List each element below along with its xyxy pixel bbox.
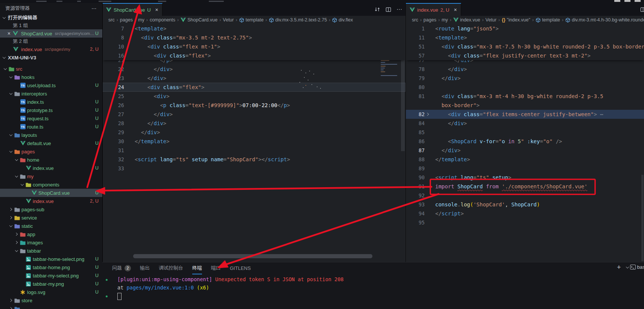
window-close-button[interactable] xyxy=(635,0,641,2)
breadcrumb-item-my[interactable]: my xyxy=(138,17,144,23)
tree-item-pages[interactable]: pages xyxy=(0,147,102,156)
breadcrumb-item-my[interactable]: my xyxy=(442,17,448,23)
scrollbar-vertical-right[interactable] xyxy=(641,45,644,262)
window-minimize-button[interactable] xyxy=(614,0,620,2)
code-line-78[interactable]: 78</div> xyxy=(406,65,644,74)
tree-item-tabbar-home.png[interactable]: tabbar-home.pngU xyxy=(0,263,102,271)
tree-item-tabbar[interactable]: tabbar xyxy=(0,247,102,255)
panel-tab-终端[interactable]: 终端 xyxy=(192,262,202,274)
tree-item-ShopCard.vue[interactable]: ShopCard.vueU xyxy=(0,189,102,197)
chevron-slot[interactable] xyxy=(14,158,19,162)
code-line-85[interactable]: 85 xyxy=(406,128,644,137)
terminal-command-decoration[interactable] xyxy=(106,295,108,297)
code-line-92[interactable]: 92 xyxy=(406,191,644,200)
tree-item-service[interactable]: service xyxy=(0,214,102,222)
code-line-16[interactable]: 16<div class="flex"> xyxy=(102,51,406,60)
code-line-79[interactable]: 79</div> xyxy=(406,74,644,83)
panel-tab-调试控制台[interactable]: 调试控制台 xyxy=(159,262,183,274)
code-line-23[interactable]: 23</div> xyxy=(102,74,406,83)
close-icon[interactable]: × xyxy=(454,7,457,13)
code-line-87[interactable]: 87</div> xyxy=(406,146,644,155)
code-line-10[interactable]: 10<div class="flex mt-1"> xyxy=(102,42,406,51)
code-line-25[interactable]: 25<div> xyxy=(102,92,406,101)
tree-item-index.vue[interactable]: index.vue2, U xyxy=(0,197,102,205)
tree-item-src[interactable]: src xyxy=(0,65,102,73)
tree-item-layouts[interactable]: layouts xyxy=(0,131,102,139)
chevron-slot[interactable] xyxy=(8,75,14,79)
chevron-slot[interactable] xyxy=(14,232,19,236)
code-line-84[interactable]: 84</div> xyxy=(406,119,644,128)
breadcrumb-item-template[interactable]: template xyxy=(239,17,264,23)
code-line-26[interactable]: 26<p class="text-[#999999]">07:00-22:00<… xyxy=(102,101,406,110)
new-terminal-icon[interactable]: + xyxy=(617,265,621,270)
tree-item-index.vue[interactable]: index.vueU xyxy=(0,164,102,172)
code-line-22[interactable]: 22</div> xyxy=(102,65,406,74)
tree-item-default.vue[interactable]: default.vueU xyxy=(0,139,102,147)
chevron-slot[interactable] xyxy=(14,249,19,253)
code-line-89[interactable]: 89 xyxy=(406,164,644,173)
code-line-94[interactable]: 94</script> xyxy=(406,209,644,218)
close-icon[interactable]: × xyxy=(155,7,158,13)
open-editors-section[interactable]: 打开的编辑器 xyxy=(0,14,102,22)
scrollbar-vertical-left[interactable] xyxy=(400,45,406,262)
workspace-section[interactable]: XXM-UNI-V3 xyxy=(0,53,102,62)
chevron-slot[interactable] xyxy=(8,133,14,137)
chevron-slot[interactable] xyxy=(14,241,19,244)
panel-tab-问题[interactable]: 问题2 xyxy=(112,262,131,274)
chevron-slot[interactable] xyxy=(8,298,14,302)
breadcrumb-item-div.mx-3.mt-4.h-30.bg-white.rounded-2[interactable]: div.mx-3.mt-4.h-30.bg-white.rounded-2 xyxy=(565,17,644,23)
code-editor-shopcard[interactable]: 21</p>22</div>23</div>24<div class="flex… xyxy=(102,24,406,262)
chevron-slot[interactable] xyxy=(8,92,14,95)
chevron-slot[interactable] xyxy=(8,307,14,309)
tree-item-useUpload.ts[interactable]: TSuseUpload.tsU xyxy=(0,81,102,89)
tree-item-tabbar-home-select.png[interactable]: tabbar-home-select.pngU xyxy=(0,255,102,263)
chevron-slot[interactable] xyxy=(14,174,19,178)
code-line-27[interactable]: 27</div> xyxy=(102,110,406,119)
window-maximize-button[interactable] xyxy=(624,0,630,2)
code-line-29[interactable]: 29</div> xyxy=(102,128,406,137)
split-editor-icon[interactable] xyxy=(386,7,391,12)
code-line-7[interactable]: 7<template> xyxy=(102,24,406,33)
tab-index-vue[interactable]: index.vue 2, U × xyxy=(406,3,461,16)
compare-changes-icon[interactable] xyxy=(374,6,380,12)
code-line-88[interactable]: 88</template> xyxy=(406,155,644,164)
tab-shopcard-vue[interactable]: ShopCard.vue U × xyxy=(102,3,163,16)
panel-tab-GITLENS[interactable]: GITLENS xyxy=(230,262,251,274)
fold-chevron-icon[interactable] xyxy=(425,112,431,116)
code-line-86[interactable]: 86<ShopCard v-for="o in 5" :key="o" /> xyxy=(406,137,644,146)
tree-item-index.ts[interactable]: TSindex.tsU xyxy=(0,98,102,106)
code-line-24[interactable]: 24<div class="flex"> xyxy=(102,83,406,92)
tree-item-tabbar-my-select.png[interactable]: tabbar-my-select.pngU xyxy=(0,271,102,280)
terminal-output[interactable]: [plugin:uni:mp-using-component] Unexpect… xyxy=(117,275,343,300)
tree-item-static[interactable]: static xyxy=(0,222,102,230)
code-line-31[interactable]: 31 xyxy=(102,146,406,155)
tree-item-route.ts[interactable]: TSroute.tsU xyxy=(0,123,102,131)
panel-tab-端口[interactable]: 端口 xyxy=(211,262,221,274)
chevron-slot[interactable] xyxy=(8,208,14,211)
code-line-90[interactable]: 90<script lang="ts" setup> xyxy=(406,173,644,182)
code-line-57[interactable]: 57<div class="flex justify-center text-3… xyxy=(406,51,644,60)
chevron-slot[interactable] xyxy=(8,224,14,228)
breadcrumb-item-template[interactable]: template xyxy=(536,17,560,23)
code-line-80[interactable]: 80 xyxy=(406,83,644,92)
code-line-30[interactable]: 30</template> xyxy=(102,137,406,146)
close-icon[interactable]: × xyxy=(6,30,12,36)
chevron-slot[interactable] xyxy=(8,216,14,220)
open-editor-item-ShopCard.vue[interactable]: ×ShopCard.vuesrc\pages\my\comp...U xyxy=(0,29,102,38)
tree-item-hooks[interactable]: hooks xyxy=(0,73,102,81)
code-line-11[interactable]: 11<template> xyxy=(406,33,644,42)
breadcrumb-item-div.flex[interactable]: div.flex xyxy=(332,17,353,23)
code-line-95[interactable]: 95 xyxy=(406,218,644,227)
split-editor-icon[interactable] xyxy=(640,7,644,12)
breadcrumb-item-ShopCard.vue[interactable]: ShopCard.vue xyxy=(181,17,217,23)
tree-item-logo.svg[interactable]: logo.svgU xyxy=(0,288,102,296)
breadcrumb-item-pages[interactable]: pages xyxy=(120,17,133,23)
chevron-slot[interactable] xyxy=(2,67,8,71)
code-line-81[interactable]: 81<div class="mx-3 mt-4 h-30 bg-white ro… xyxy=(406,92,644,101)
breadcrumb-item-src[interactable]: src xyxy=(412,17,418,23)
breadcrumb-item-index.vue[interactable]: index.vue xyxy=(453,17,480,23)
tree-item-prototype.ts[interactable]: TSprototype.tsU xyxy=(0,106,102,114)
terminal-command-decoration[interactable] xyxy=(106,279,108,281)
tree-item-images[interactable]: images xyxy=(0,238,102,247)
panel-tab-输出[interactable]: 输出 xyxy=(140,262,150,274)
